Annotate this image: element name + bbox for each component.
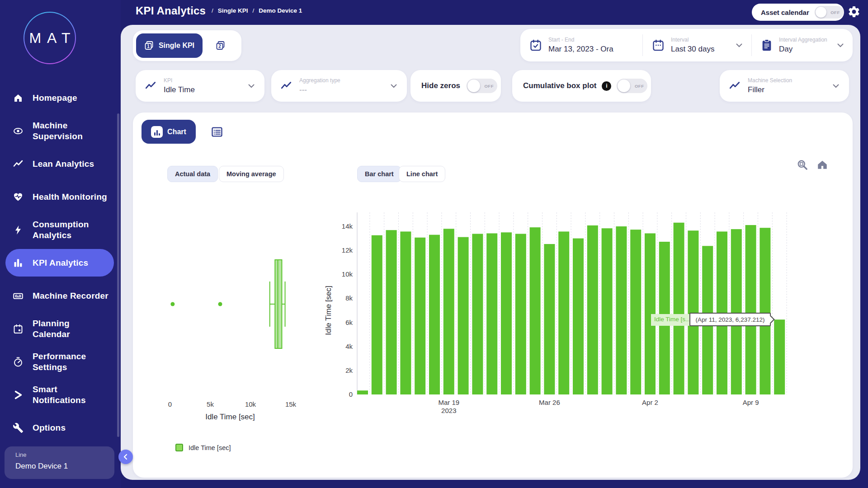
tab-chart[interactable]: Chart [142,120,196,144]
cumulative-box-plot-label: Cumulative box plot [523,81,596,90]
bar-mar-31[interactable] [616,226,627,394]
breadcrumb-device[interactable]: Demo Device 1 [259,7,302,14]
bar-chart[interactable]: 02k4k6k8k10k12k14kIdle Time [sec]Mar 192… [323,194,834,429]
tab-multi-kpi[interactable]: 2 [208,33,233,58]
sidebar-collapse-button[interactable] [118,450,133,464]
asset-calendar-toggle[interactable]: OFF [815,6,844,19]
bar-mar-21[interactable] [472,234,483,394]
sidebar-scrollbar[interactable] [117,113,119,437]
sidebar-item-performance-settings[interactable]: Performance Settings [0,345,121,378]
bar-mar-20[interactable] [458,237,469,394]
sidebar-item-label: Smart Notifications [33,384,86,406]
table-view-icon[interactable] [211,126,223,138]
svg-text:8k: 8k [345,294,353,302]
bar-apr-11[interactable] [774,319,785,394]
sidebar-item-options[interactable]: Options [0,411,121,444]
boxplot-chart[interactable]: 05k10k15kIdle Time [sec] [151,194,314,429]
breadcrumb-separator: / [212,7,213,14]
bar-apr-1[interactable] [630,230,641,394]
tab-single-kpi-label: Single KPI [159,42,194,50]
calendar-check-icon [529,39,542,52]
bar-mar-27[interactable] [558,231,569,394]
svg-text:10k: 10k [245,400,256,408]
reset-home-icon[interactable] [816,159,828,171]
settings-gear-icon[interactable] [847,5,861,19]
date-interval-card: Start - End Mar 13, 2023 - Ora Interval … [520,29,853,61]
chart-card: Chart Actual data Moving average Bar cha… [133,113,853,478]
bar-apr-4[interactable] [674,223,684,394]
sidebar-item-lean-analytics[interactable]: Lean Analytics [0,147,121,180]
trend-icon [13,159,24,169]
aggregation-type-card[interactable]: Aggregation type --- [271,70,407,102]
sidebar-item-planning-calendar[interactable]: Planning Calendar [0,312,121,345]
device-card-value: Demo Device 1 [15,462,114,471]
sidebar-item-kpi-analytics[interactable]: KPI Analytics [0,246,121,279]
hide-zeros-card: Hide zeros OFF [410,70,501,102]
asset-calendar-label: Asset calendar [761,9,809,16]
bar-chart-icon [13,258,24,268]
bar-mar-16[interactable] [400,231,411,394]
bar-mar-23[interactable] [501,232,512,394]
sidebar-item-machine-supervision[interactable]: Machine Supervision [0,114,121,147]
svg-text:5k: 5k [207,400,214,408]
bar-mar-17[interactable] [415,238,425,394]
asset-calendar-pill[interactable]: Asset calendar OFF [752,4,844,21]
bar-mar-18[interactable] [429,235,440,394]
trend-icon [145,80,156,92]
info-icon[interactable]: i [602,81,611,91]
chevron-down-icon [391,82,397,90]
interval-aggregation-value: Day [779,45,827,54]
breadcrumb-separator: / [253,7,255,14]
bar-chart-button[interactable]: Bar chart [357,166,401,182]
kpi-select-card[interactable]: KPI Idle Time [136,70,264,102]
trend-icon [729,80,741,92]
bar-mar-26[interactable] [544,244,555,394]
bar-mar-22[interactable] [486,233,497,394]
cumulative-box-plot-toggle[interactable]: OFF [617,79,647,93]
moving-average-button[interactable]: Moving average [219,166,284,182]
legend-item[interactable]: Idle Time [sec] [175,444,231,451]
actual-data-button[interactable]: Actual data [167,166,218,182]
hide-zeros-toggle[interactable]: OFF [467,79,497,93]
bar-mar-28[interactable] [573,239,584,394]
line-chart-button[interactable]: Line chart [399,166,445,182]
eye-icon [13,126,24,136]
bar-mar-30[interactable] [602,228,613,394]
breadcrumb-single-kpi[interactable]: Single KPI [218,7,248,14]
zoom-icon[interactable] [797,159,808,171]
sidebar-item-homepage[interactable]: Homepage [0,81,121,114]
sidebar-item-label: KPI Analytics [33,258,88,268]
toggle-state-label: OFF [635,84,644,89]
bar-mar-25[interactable] [530,227,541,394]
bar-mar-13[interactable] [357,390,368,394]
interval-aggregation-section[interactable]: Interval Aggregation Day [752,29,853,61]
bar-apr-8[interactable] [731,229,742,394]
bar-mar-19[interactable] [443,229,454,394]
bar-mar-29[interactable] [587,225,598,394]
bolt-icon [13,225,24,235]
bar-mar-14[interactable] [372,235,382,394]
machine-selection-card[interactable]: Machine Selection Filler [720,70,849,102]
interval-section[interactable]: Interval Last 30 days [643,29,751,61]
sidebar-item-health-monitoring[interactable]: Health Monitoring [0,180,121,213]
svg-text:6k: 6k [345,319,353,326]
calendar-icon [13,324,24,334]
toggle-state-label: OFF [484,84,494,89]
sidebar-item-machine-recorder[interactable]: Machine Recorder [0,279,121,312]
sidebar-item-consumption-analytics[interactable]: Consumption Analytics [0,213,121,246]
svg-text:0: 0 [349,390,353,398]
sidebar: MAT HomepageMachine SupervisionLean Anal… [0,0,121,488]
bar-mar-24[interactable] [515,234,526,394]
tab-chart-label: Chart [167,128,186,136]
sidebar-item-smart-notifications[interactable]: Smart Notifications [0,378,121,411]
bar-apr-9[interactable] [745,225,756,394]
machine-selection-label: Machine Selection [748,77,792,84]
device-selector-card[interactable]: Line Demo Device 1 [5,446,114,479]
recorder-icon [13,291,24,301]
tab-single-kpi[interactable]: 1 Single KPI [136,33,203,58]
date-range-section[interactable]: Start - End Mar 13, 2023 - Ora [520,29,642,61]
bar-mar-15[interactable] [386,230,397,394]
bar-apr-10[interactable] [760,228,770,394]
device-card-label: Line [15,451,114,458]
chart-modebar [797,159,828,171]
